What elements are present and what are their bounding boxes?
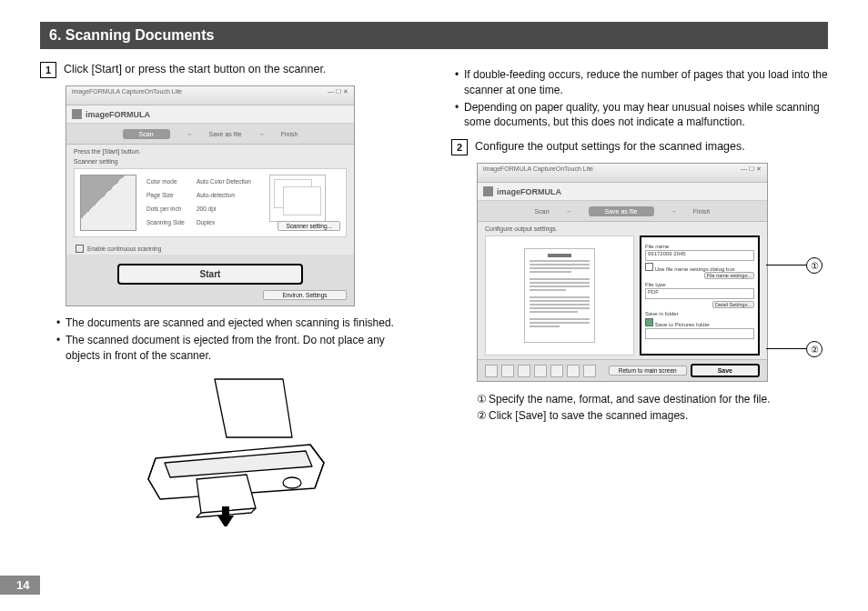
ribbon-finish: Finish: [693, 208, 711, 215]
note-item: If double-feeding occurs, reduce the num…: [455, 67, 828, 98]
ribbon-save: Save as file: [209, 131, 242, 137]
svg-point-1: [283, 477, 301, 488]
bottom-toolbar: Return to main screen Save: [478, 359, 767, 381]
step-ribbon: Scan→ Save as file→ Finish: [478, 201, 767, 222]
brand-logo: [72, 109, 82, 119]
callout-explanations: ①Specify the name, format, and save dest…: [477, 391, 828, 424]
page-number: 14: [0, 576, 40, 595]
note-item: Depending on paper quality, you may hear…: [455, 100, 828, 131]
save-pictures-label: Save to Pictures folder: [655, 322, 710, 327]
start-button[interactable]: Start: [117, 264, 303, 285]
filename-settings-button[interactable]: File name settings...: [704, 272, 754, 279]
nav-icon[interactable]: [583, 365, 596, 377]
nav-first-icon[interactable]: [485, 365, 498, 377]
filetype-label: File type: [645, 282, 754, 287]
document-preview: [524, 248, 595, 343]
ribbon-scan: Scan: [535, 208, 550, 215]
output-settings-panel: File name 09172009 2045 Use file name se…: [640, 235, 760, 356]
notes-left: The documents are scanned and ejected wh…: [56, 316, 417, 363]
right-column: If double-feeding occurs, reduce the num…: [451, 62, 828, 526]
return-button[interactable]: Return to main screen: [609, 366, 687, 376]
scanner-setting-panel: Color modeAuto Color Detection Page Size…: [74, 168, 347, 237]
continuous-checkbox[interactable]: [76, 245, 84, 253]
filename-dialog-checkbox[interactable]: [645, 263, 653, 271]
circled-2: ②: [477, 407, 489, 424]
save-button[interactable]: Save: [691, 364, 760, 377]
filename-dialog-label: Use file name settings dialog box: [655, 266, 735, 272]
explain-2: Click [Save] to save the scanned images.: [489, 409, 688, 422]
nav-last-icon[interactable]: [550, 365, 563, 377]
continuous-label: Enable continuous scanning: [87, 245, 161, 252]
screenshot-scan: imageFORMULA CaptureOnTouch Lite— ☐ ✕ im…: [66, 85, 355, 306]
window-title: imageFORMULA CaptureOnTouch Lite: [72, 88, 182, 103]
nav-next-icon[interactable]: [534, 365, 547, 377]
settings-table: Color modeAuto Color Detection Page Size…: [144, 175, 262, 231]
circled-1: ①: [477, 391, 489, 407]
nav-prev-icon[interactable]: [501, 365, 514, 377]
nav-page-icon: [518, 365, 530, 377]
screenshot-output: imageFORMULA CaptureOnTouch Lite— ☐ ✕ im…: [477, 163, 768, 382]
document-stack-icon: [269, 175, 326, 222]
step-1-text: Click [Start] or press the start button …: [64, 62, 326, 75]
notes-right: If double-feeding occurs, reduce the num…: [455, 67, 828, 130]
brand-logo: [483, 186, 493, 196]
zoom-icon[interactable]: [567, 365, 580, 377]
ribbon-finish: Finish: [281, 131, 298, 137]
window-title: imageFORMULA CaptureOnTouch Lite: [483, 165, 593, 180]
callout-2: ②: [806, 341, 823, 357]
ribbon-save: Save as file: [589, 206, 654, 216]
scanner-setting-label: Scanner setting: [66, 158, 354, 168]
save-pictures-checkbox[interactable]: [645, 318, 653, 326]
note-item: The scanned document is ejected from the…: [56, 333, 417, 364]
svg-marker-0: [215, 379, 292, 437]
step-ribbon: Scan→ Save as file→ Finish: [66, 124, 354, 145]
step-2-number: 2: [451, 139, 468, 155]
brand-text: imageFORMULA: [497, 187, 561, 196]
explain-1: Specify the name, format, and save desti…: [489, 393, 771, 406]
note-item: The documents are scanned and ejected wh…: [56, 316, 417, 331]
filename-label: File name: [645, 244, 754, 249]
scanner-illustration: [110, 372, 347, 526]
instruction-label: Configure output settings.: [478, 222, 767, 235]
step-2-text: Configure the output settings for the sc…: [475, 139, 745, 153]
savefolder-label: Save in folder: [645, 311, 754, 316]
brand-text: imageFORMULA: [86, 110, 150, 119]
window-controls: — ☐ ✕: [328, 88, 348, 103]
detail-settings-button[interactable]: Detail Settings...: [712, 301, 754, 308]
window-controls: — ☐ ✕: [741, 165, 762, 180]
section-header: 6. Scanning Documents: [40, 22, 828, 49]
preview-thumb: [80, 175, 136, 231]
left-column: 1 Click [Start] or press the start butto…: [40, 62, 417, 526]
savefolder-field[interactable]: [645, 328, 754, 339]
scanner-setting-button[interactable]: Scanner setting...: [278, 221, 340, 231]
filename-field[interactable]: 09172009 2045: [645, 250, 754, 261]
callout-line-2: [766, 348, 806, 349]
callout-1: ①: [806, 257, 823, 274]
environ-settings-button[interactable]: Environ. Settings: [263, 290, 347, 300]
step-1-number: 1: [40, 62, 56, 78]
instruction-label: Press the [Start] button.: [66, 145, 354, 158]
preview-pane: [485, 235, 634, 356]
callout-line-1: [766, 265, 806, 265]
filetype-select[interactable]: PDF: [645, 288, 754, 299]
ribbon-scan: Scan: [123, 129, 170, 139]
